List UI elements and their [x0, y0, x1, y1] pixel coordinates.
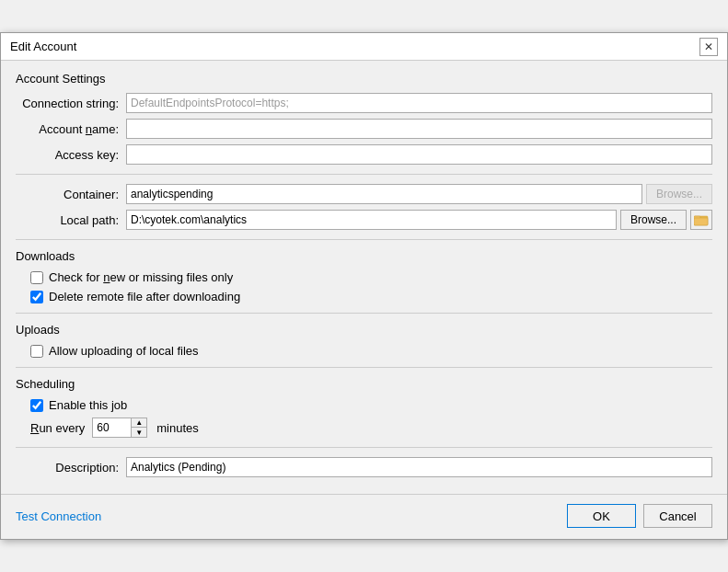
- divider-1: [16, 174, 712, 175]
- ok-button[interactable]: OK: [567, 504, 636, 528]
- run-every-input[interactable]: [92, 418, 131, 438]
- browse-container-button[interactable]: Browse...: [646, 184, 712, 204]
- account-name-input[interactable]: [126, 119, 712, 139]
- description-input[interactable]: [126, 457, 712, 477]
- dialog-title: Edit Account: [10, 40, 76, 53]
- access-key-input[interactable]: [126, 144, 712, 165]
- description-label: Description:: [16, 461, 126, 475]
- spin-up-button[interactable]: ▲: [132, 418, 146, 428]
- connection-string-row: Connection string:: [16, 93, 712, 113]
- account-name-row: Account name:: [16, 119, 712, 139]
- container-row: Container: Browse...: [16, 184, 712, 204]
- cancel-button[interactable]: Cancel: [643, 504, 712, 528]
- enable-job-label: Enable this job: [49, 398, 127, 412]
- divider-5: [16, 447, 712, 448]
- access-key-label: Access key:: [16, 148, 126, 162]
- check-new-files-row: Check for new or missing files only: [30, 270, 712, 284]
- spin-down-button[interactable]: ▼: [132, 428, 146, 437]
- spinner-arrows: ▲ ▼: [131, 418, 147, 438]
- account-settings-section: Account Settings Connection string: Acco…: [16, 72, 712, 165]
- connection-string-label: Connection string:: [16, 97, 126, 110]
- allow-upload-row: Allow uploading of local files: [30, 344, 712, 358]
- local-path-row: Local path: Browse...: [16, 210, 712, 230]
- divider-2: [16, 239, 712, 240]
- folder-icon-button[interactable]: [690, 210, 712, 230]
- delete-remote-row: Delete remote file after downloading: [30, 290, 712, 303]
- check-new-files-label: Check for new or missing files only: [49, 270, 233, 284]
- run-every-spinner: ▲ ▼: [92, 418, 147, 438]
- enable-job-checkbox[interactable]: [30, 399, 43, 412]
- container-section: Container: Browse... Local path: Browse.…: [16, 184, 712, 230]
- title-bar: Edit Account ✕: [1, 33, 727, 61]
- divider-4: [16, 367, 712, 368]
- enable-job-row: Enable this job: [30, 398, 712, 412]
- folder-icon: [694, 213, 709, 226]
- uploads-section: Uploads Allow uploading of local files: [16, 323, 712, 358]
- uploads-label: Uploads: [16, 323, 712, 337]
- browse-local-button[interactable]: Browse...: [620, 210, 687, 230]
- allow-upload-checkbox[interactable]: [30, 345, 43, 358]
- description-row: Description:: [16, 457, 712, 477]
- dialog-footer: Test Connection OK Cancel: [1, 494, 727, 539]
- container-label: Container:: [16, 188, 126, 201]
- close-button[interactable]: ✕: [699, 38, 718, 56]
- local-path-label: Local path:: [16, 213, 126, 227]
- run-every-row: Run every ▲ ▼ minutes: [30, 418, 712, 438]
- downloads-label: Downloads: [16, 249, 712, 263]
- divider-3: [16, 313, 712, 314]
- scheduling-section: Scheduling Enable this job Run every ▲ ▼…: [16, 377, 712, 438]
- downloads-section: Downloads Check for new or missing files…: [16, 249, 712, 303]
- local-path-input[interactable]: [126, 210, 617, 230]
- connection-string-input[interactable]: [126, 93, 712, 113]
- account-name-label: Account name:: [16, 122, 126, 136]
- allow-upload-label: Allow uploading of local files: [49, 344, 199, 358]
- account-settings-label: Account Settings: [16, 72, 712, 86]
- delete-remote-checkbox[interactable]: [30, 291, 43, 303]
- footer-buttons: OK Cancel: [567, 504, 712, 528]
- edit-account-dialog: Edit Account ✕ Account Settings Connecti…: [0, 32, 728, 540]
- svg-rect-2: [694, 218, 708, 225]
- delete-remote-label: Delete remote file after downloading: [49, 290, 240, 303]
- container-input[interactable]: [126, 184, 642, 204]
- test-connection-link[interactable]: Test Connection: [16, 509, 101, 523]
- run-every-unit: minutes: [156, 421, 199, 435]
- scheduling-label: Scheduling: [16, 377, 712, 391]
- run-every-label: Run every: [30, 421, 85, 435]
- access-key-row: Access key:: [16, 144, 712, 165]
- dialog-body: Account Settings Connection string: Acco…: [1, 61, 727, 494]
- check-new-files-checkbox[interactable]: [30, 271, 43, 284]
